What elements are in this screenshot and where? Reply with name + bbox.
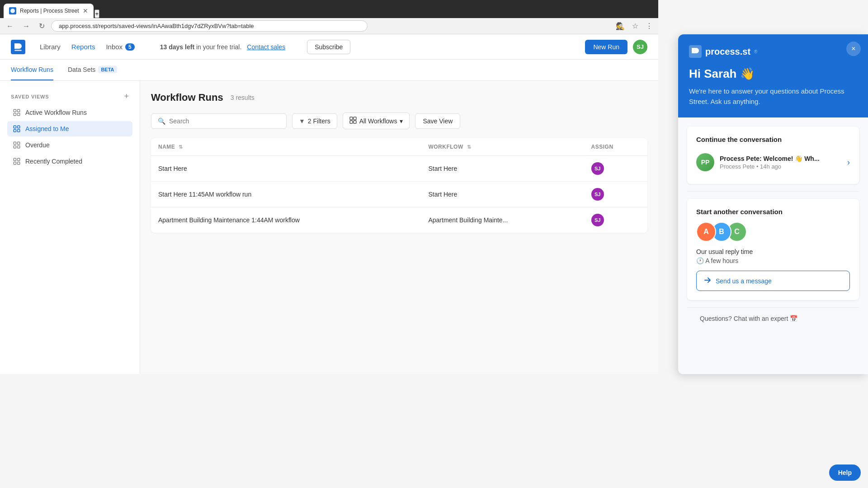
svg-rect-3 [14,109,16,112]
nav-library[interactable]: Library [40,41,61,52]
sidebar-item-active-workflow-runs[interactable]: Active Workflow Runs [7,105,132,120]
nav-reports[interactable]: Reports [71,41,95,52]
col-assignee[interactable]: ASSIGN [584,138,647,156]
sub-nav: Workflow Runs Data Sets BETA [0,60,658,81]
svg-rect-22 [354,121,356,123]
list-icon-assigned [13,125,21,133]
svg-rect-19 [350,117,353,120]
sidebar: SAVED VIEWS + Active Workflow Runs Assig… [0,81,140,374]
app-nav: Library Reports Inbox 5 [40,41,135,52]
beta-badge: BETA [98,66,117,73]
svg-rect-17 [14,162,16,164]
svg-rect-20 [354,117,356,120]
trial-days-bold: 13 days left in your free trial. [160,43,242,51]
filter-label: 2 Filters [308,117,330,125]
svg-rect-8 [18,126,20,128]
subscribe-btn[interactable]: Subscribe [307,40,350,54]
back-btn[interactable]: ← [4,20,16,32]
svg-rect-12 [18,142,20,144]
bookmark-icon[interactable]: ☆ [630,20,640,32]
avatar: SJ [591,214,604,226]
row-name: Apartment Building Maintenance 1:44AM wo… [151,207,421,233]
browser-nav-bar: ← → ↻ 🕵 ☆ ⋮ [0,18,658,34]
filter-btn[interactable]: ▼ 2 Filters [292,113,337,129]
list-icon-active [13,108,21,117]
browser-tabs: Reports | Process Street ✕ + [4,0,99,18]
app-logo [11,40,25,54]
workflow-runs-table: NAME ⇅ WORKFLOW ⇅ ASSIGN Start Here Star… [151,138,647,233]
svg-rect-13 [14,146,16,148]
user-avatar[interactable]: SJ [633,40,647,54]
row-name: Start Here [151,156,421,182]
sidebar-item-label: Recently Completed [25,158,82,165]
tab-data-sets[interactable]: Data Sets BETA [68,60,117,80]
col-workflow[interactable]: WORKFLOW ⇅ [421,138,584,156]
address-bar[interactable] [51,20,368,32]
svg-rect-4 [18,109,20,112]
tab-title: Reports | Process Street [20,8,79,14]
inbox-badge: 5 [125,43,135,51]
search-icon: 🔍 [158,117,165,125]
forward-btn[interactable]: → [20,20,33,32]
tab-workflow-runs[interactable]: Workflow Runs [11,60,53,80]
row-assignee: SJ [584,207,647,233]
sidebar-item-label: Assigned to Me [25,125,69,132]
active-tab[interactable]: Reports | Process Street ✕ [4,4,94,18]
col-name[interactable]: NAME ⇅ [151,138,421,156]
filter-icon: ▼ [299,117,305,125]
contact-sales-link[interactable]: Contact sales [247,43,285,51]
app-header: Library Reports Inbox 5 13 days left in … [0,34,658,60]
sidebar-section-title: SAVED VIEWS + [7,92,132,101]
table-row[interactable]: Start Here Start Here SJ [151,156,647,182]
svg-rect-15 [14,158,16,160]
search-input[interactable] [169,117,280,125]
process-street-logo [11,40,25,54]
workflow-label: All Workflows [359,117,397,125]
incognito-icon[interactable]: 🕵 [614,20,627,32]
workflow-filter-btn[interactable]: All Workflows ▾ [343,113,410,129]
table-row[interactable]: Apartment Building Maintenance 1:44AM wo… [151,207,647,233]
svg-rect-6 [18,113,20,116]
sidebar-item-label: Overdue [25,141,50,149]
table-row[interactable]: Start Here 11:45AM workflow run Start He… [151,182,647,207]
trial-banner: 13 days left in your free trial. Contact… [160,43,285,51]
nav-icons: 🕵 ☆ ⋮ [614,20,655,32]
save-view-btn[interactable]: Save View [415,113,460,129]
sidebar-item-overdue[interactable]: Overdue [7,137,132,153]
tab-close-btn[interactable]: ✕ [83,7,88,14]
content-area: Workflow Runs 3 results 🔍 ▼ 2 Filters Al… [140,81,658,374]
svg-rect-21 [350,121,353,123]
search-box: 🔍 [151,113,287,129]
svg-rect-7 [14,126,16,128]
svg-rect-2 [14,50,22,51]
list-icon-recent [13,157,21,165]
page-title: Workflow Runs [151,92,223,103]
svg-rect-14 [18,146,20,148]
tab-favicon [9,7,16,14]
new-run-btn[interactable]: New Run [585,40,627,54]
inbox-label: Inbox [106,43,123,51]
results-count: 3 results [231,94,255,101]
svg-rect-10 [18,130,20,132]
browser-chrome: Reports | Process Street ✕ + [0,0,658,18]
list-icon-overdue [13,141,21,149]
extensions-icon[interactable]: ⋮ [644,20,655,32]
chevron-down-icon: ▾ [400,117,403,125]
sort-icon-name: ⇅ [179,144,183,150]
sidebar-item-assigned-to-me[interactable]: Assigned to Me [7,121,132,136]
nav-inbox[interactable]: Inbox 5 [106,41,134,52]
avatar: SJ [591,162,604,175]
svg-rect-9 [14,130,16,132]
row-workflow: Start Here [421,156,584,182]
refresh-btn[interactable]: ↻ [36,20,47,32]
sidebar-item-recently-completed[interactable]: Recently Completed [7,154,132,169]
avatar: SJ [591,188,604,201]
svg-rect-5 [14,113,16,116]
main-layout: SAVED VIEWS + Active Workflow Runs Assig… [0,81,658,374]
row-name: Start Here 11:45AM workflow run [151,182,421,207]
add-saved-view-btn[interactable]: + [124,92,129,101]
svg-rect-18 [18,162,20,164]
new-tab-btn[interactable]: + [94,9,100,18]
header-right: New Run SJ [585,40,647,54]
sort-icon-workflow: ⇅ [467,144,472,150]
